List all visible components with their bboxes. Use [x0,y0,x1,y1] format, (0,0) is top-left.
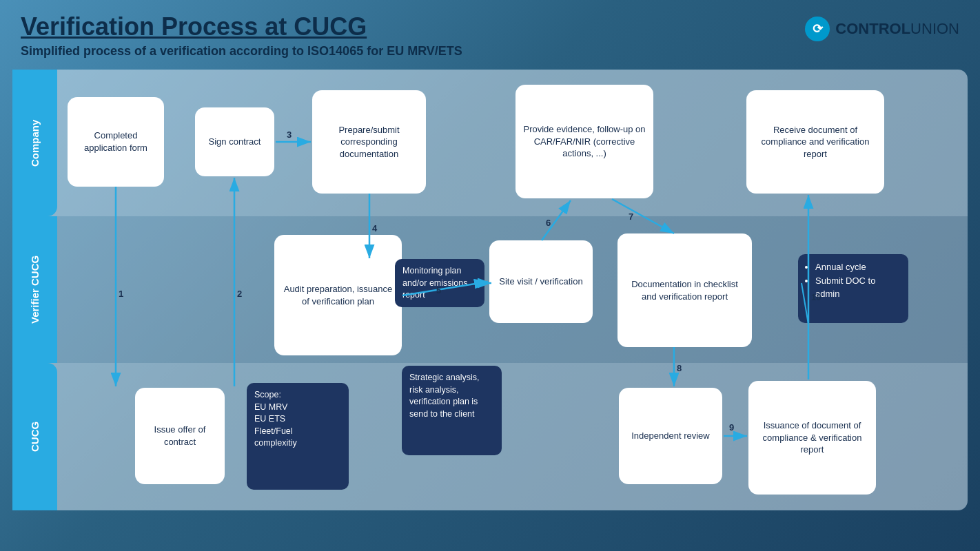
label-verifier: Verifier CUCG [12,216,57,363]
box-monitoring-plan: Monitoring plan and/or emissions report [395,259,484,307]
box-provide-evidence: Provide evidence, follow-up on CAR/FAR/N… [515,85,653,198]
box-independent-review: Independent review [619,388,722,484]
box-annual-cycle: Annual cycle Submit DOC to admin [798,254,908,323]
label-company: Company [12,70,57,216]
diagram: Company Verifier CUCG CUCG Completed app… [12,70,968,510]
box-prepare-submit: Prepare/submit corresponding documentati… [312,90,426,194]
box-issue-offer: Issue offer of contract [135,388,225,484]
box-issuance: Issuance of document of compliance & ver… [748,381,876,495]
box-sign-contract: Sign contract [195,107,274,176]
box-strategic: Strategic analysis, risk analysis, verif… [402,366,502,455]
box-scope: Scope: EU MRV EU ETS Fleet/Fuel complexi… [247,383,349,490]
box-doc-checklist: Documentation in checklist and verificat… [617,233,752,347]
logo-text: CONTROLUNION [835,20,959,38]
header: Verification Process at CUCG Simplified … [0,0,980,64]
box-audit-prep: Audit preparation, issuance of verificat… [274,235,402,355]
box-receive-doc: Receive document of compliance and verif… [746,90,884,194]
label-cucg: CUCG [12,363,57,510]
page-title: Verification Process at CUCG [21,12,462,41]
box-site-visit: Site visit / verification [489,240,593,323]
logo-icon: ⟳ [805,17,830,41]
logo: ⟳ CONTROLUNION [805,17,959,41]
box-completed-app: Completed application form [68,97,164,187]
page-subtitle: Simplified process of a verification acc… [21,44,462,59]
